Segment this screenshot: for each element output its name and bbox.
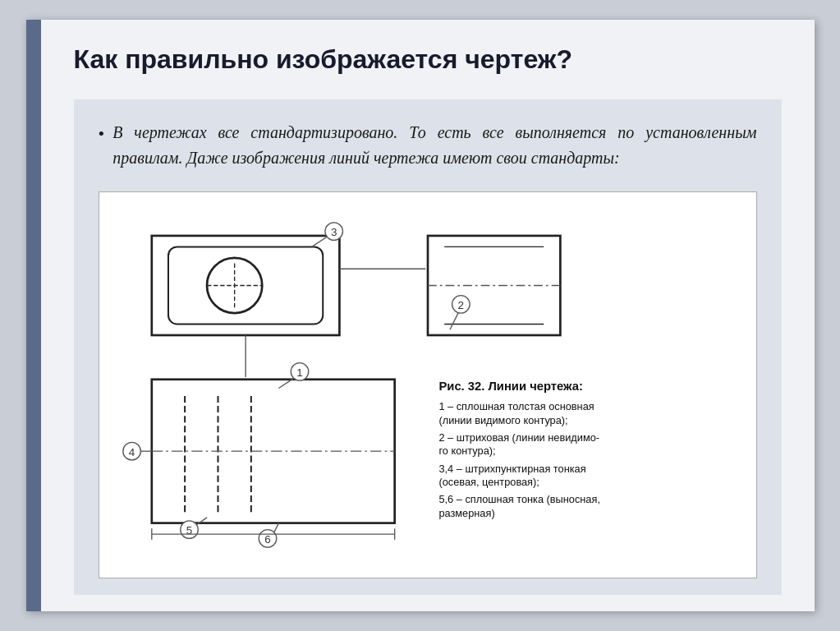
svg-text:1 – сплошная толстая основная: 1 – сплошная толстая основная (438, 400, 594, 412)
svg-text:3: 3 (330, 226, 336, 238)
svg-text:3,4 – штрихпунктирная тонкая: 3,4 – штрихпунктирная тонкая (438, 463, 585, 475)
diagram-container: 3 2 (99, 191, 757, 578)
svg-text:(линии видимого контура);: (линии видимого контура); (438, 414, 567, 426)
slide-title: Как правильно изображается чертеж? (74, 44, 782, 75)
svg-text:5: 5 (186, 524, 191, 537)
diagram-svg: 3 2 (108, 200, 748, 569)
svg-text:5,6 – сплошная тонка (выносная: 5,6 – сплошная тонка (выносная, (438, 493, 600, 505)
slide-body: • В чертежах все стандартизировано. То е… (74, 99, 782, 595)
svg-text:4: 4 (128, 446, 135, 458)
svg-text:2 – штриховая (линии невидимо-: 2 – штриховая (линии невидимо- (438, 431, 599, 444)
svg-text:2: 2 (457, 299, 463, 311)
svg-text:(осевая, центровая);: (осевая, центровая); (438, 476, 539, 488)
svg-text:6: 6 (264, 533, 270, 546)
bullet-text: В чертежах все стандартизировано. То ест… (112, 120, 756, 171)
bullet-dot: • (99, 122, 105, 171)
slide: Как правильно изображается чертеж? • В ч… (26, 20, 815, 611)
bullet-point: • В чертежах все стандартизировано. То е… (99, 120, 757, 171)
svg-text:го контура);: го контура); (438, 444, 495, 457)
svg-text:размерная): размерная) (438, 507, 494, 519)
slide-content: Как правильно изображается чертеж? • В ч… (41, 20, 815, 611)
svg-text:Рис. 32. Линии чертежа:: Рис. 32. Линии чертежа: (438, 380, 582, 393)
svg-text:1: 1 (296, 366, 302, 379)
